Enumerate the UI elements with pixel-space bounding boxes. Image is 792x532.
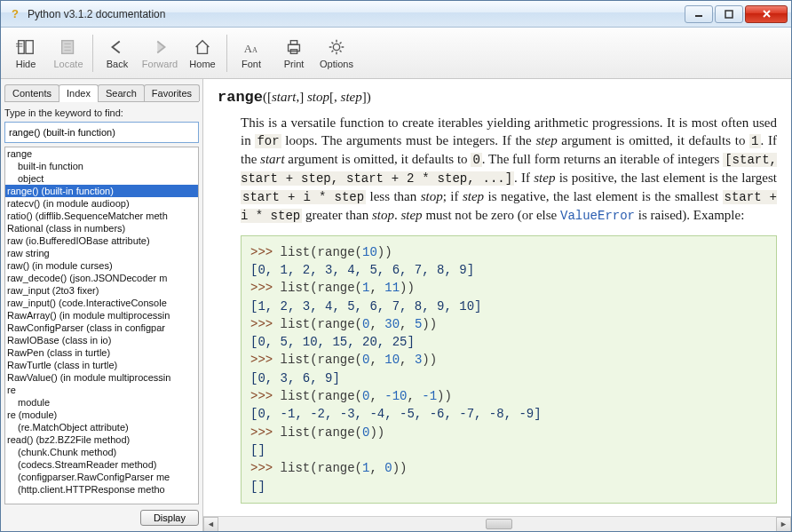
titlebar: ? Python v3.1.2 documentation [1, 1, 791, 28]
index-item[interactable]: (codecs.StreamReader method) [5, 458, 198, 471]
tab-search[interactable]: Search [98, 84, 145, 101]
font-button[interactable]: AA Font [230, 33, 273, 73]
index-item[interactable]: RawConfigParser (class in configpar [5, 322, 198, 334]
index-item[interactable]: (chunk.Chunk method) [5, 446, 198, 458]
index-item[interactable]: RawArray() (in module multiprocessin [5, 309, 198, 322]
function-description: This is a versatile function to create i… [241, 114, 777, 225]
font-icon: AA [241, 36, 262, 58]
forward-icon [149, 36, 170, 58]
forward-button[interactable]: Forward [139, 33, 181, 73]
scroll-right-icon[interactable]: ► [776, 517, 791, 532]
font-label: Font [242, 60, 261, 69]
minimize-icon [694, 10, 703, 19]
index-item[interactable]: raw_input (2to3 fixer) [5, 284, 198, 297]
toolbar: Hide Locate Back Forward Home [1, 28, 791, 79]
index-item[interactable]: module [5, 396, 198, 409]
index-item[interactable]: object [5, 172, 198, 185]
display-row: Display [4, 508, 199, 526]
svg-text:A: A [252, 46, 257, 54]
hide-button[interactable]: Hide [4, 33, 47, 73]
svg-rect-5 [26, 41, 33, 54]
options-label: Options [320, 60, 353, 69]
locate-label: Locate [53, 60, 83, 69]
window: ? Python v3.1.2 documentation Hide [0, 0, 792, 532]
maximize-button[interactable] [715, 5, 743, 23]
home-icon [192, 36, 213, 58]
print-button[interactable]: Print [273, 33, 315, 73]
app-icon: ? [8, 7, 22, 21]
svg-point-17 [333, 44, 339, 50]
doc-content: range([start,] stop[, step]) This is a v… [203, 79, 791, 521]
content-pane[interactable]: range([start,] stop[, step]) This is a v… [203, 79, 791, 531]
back-icon [107, 36, 128, 58]
svg-rect-15 [290, 41, 297, 45]
hide-icon [15, 36, 36, 58]
print-label: Print [284, 60, 305, 69]
index-item[interactable]: raw (io.BufferedIOBase attribute) [5, 234, 198, 247]
tab-contents[interactable]: Contents [4, 84, 59, 101]
tab-favorites[interactable]: Favorites [144, 84, 200, 101]
index-item[interactable]: range() (built-in function) [5, 185, 198, 197]
window-title: Python v3.1.2 documentation [28, 8, 677, 20]
index-item[interactable]: raw string [5, 247, 198, 259]
index-item[interactable]: RawTurtle (class in turtle) [5, 359, 198, 371]
keyword-input[interactable] [4, 122, 199, 143]
valueerror-link[interactable]: ValueError [560, 209, 635, 223]
index-item[interactable]: read() (bz2.BZ2File method) [5, 433, 198, 446]
index-item[interactable]: raw_input() (code.InteractiveConsole [5, 297, 198, 309]
svg-rect-14 [289, 44, 300, 51]
svg-rect-1 [725, 11, 733, 18]
minimize-button[interactable] [685, 5, 713, 23]
back-label: Back [107, 60, 128, 69]
hide-label: Hide [16, 60, 36, 69]
window-controls [683, 5, 788, 23]
close-button[interactable] [745, 5, 788, 23]
scroll-track[interactable] [218, 517, 776, 532]
main-split: Contents Index Search Favorites Type in … [1, 79, 791, 531]
index-list-wrap: rangebuilt-in functionobjectrange() (bui… [4, 147, 199, 504]
left-pane: Contents Index Search Favorites Type in … [1, 79, 203, 531]
toolbar-separator [226, 35, 227, 72]
function-args: ([start,] stop[, step]) [263, 90, 371, 104]
home-button[interactable]: Home [181, 33, 224, 73]
horizontal-scrollbar[interactable]: ◄ ► [203, 516, 791, 531]
svg-rect-4 [19, 41, 24, 54]
display-button[interactable]: Display [140, 510, 199, 526]
index-item[interactable]: ratio() (difflib.SequenceMatcher meth [5, 210, 198, 222]
index-item[interactable]: raw() (in module curses) [5, 259, 198, 272]
index-item[interactable]: (configparser.RawConfigParser me [5, 471, 198, 483]
index-item[interactable]: RawPen (class in turtle) [5, 346, 198, 359]
index-item[interactable]: Rational (class in numbers) [5, 222, 198, 234]
index-item[interactable]: (http.client.HTTPResponse metho [5, 483, 198, 496]
locate-button[interactable]: Locate [47, 33, 90, 73]
index-item[interactable]: (re.MatchObject attribute) [5, 421, 198, 433]
index-item[interactable]: RawValue() (in module multiprocessin [5, 371, 198, 384]
index-item[interactable]: built-in function [5, 160, 198, 172]
home-label: Home [189, 60, 215, 69]
code-example: >>> list(range(10)) [0, 1, 2, 3, 4, 5, 6… [241, 235, 777, 504]
maximize-icon [725, 10, 733, 19]
index-item[interactable]: RawIOBase (class in io) [5, 334, 198, 346]
index-item[interactable]: range [5, 147, 198, 160]
function-name: range [218, 89, 263, 106]
back-button[interactable]: Back [96, 33, 139, 73]
index-list[interactable]: rangebuilt-in functionobjectrange() (bui… [5, 147, 198, 504]
function-signature: range([start,] stop[, step]) [218, 88, 777, 108]
index-item[interactable]: re (module) [5, 409, 198, 421]
keyword-label: Type in the keyword to find: [4, 107, 199, 118]
tab-index[interactable]: Index [59, 84, 99, 102]
scroll-left-icon[interactable]: ◄ [203, 517, 218, 532]
tabs: Contents Index Search Favorites [4, 83, 199, 102]
toolbar-separator [92, 35, 93, 72]
index-item[interactable]: re [5, 384, 198, 396]
print-icon [283, 36, 305, 58]
index-item[interactable]: raw_decode() (json.JSONDecoder m [5, 272, 198, 284]
scroll-thumb[interactable] [486, 519, 512, 529]
forward-label: Forward [142, 60, 178, 69]
options-icon [326, 36, 347, 58]
close-icon [762, 9, 772, 19]
locate-icon [58, 36, 79, 58]
index-item[interactable]: ratecv() (in module audioop) [5, 197, 198, 210]
options-button[interactable]: Options [315, 33, 358, 73]
